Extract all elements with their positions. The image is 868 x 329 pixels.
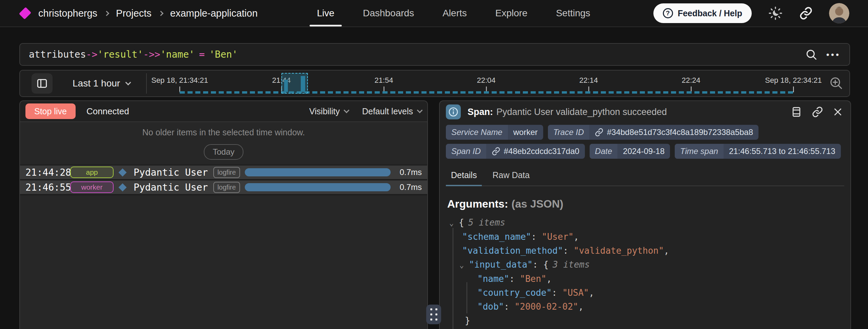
span-row[interactable]: 21:46:55 worker Pydantic User logfire 0.… xyxy=(20,180,427,195)
link-icon xyxy=(492,147,500,156)
timeline-tick: 22:14 xyxy=(579,76,598,92)
span-kind-diamond-icon xyxy=(118,168,126,176)
json-line: ⌄"input_data": {3 items xyxy=(449,258,850,272)
breadcrumb-project[interactable]: example-application xyxy=(170,8,258,19)
feedback-help-button[interactable]: ? Feedback / Help xyxy=(653,3,752,23)
span-row[interactable]: 21:44:28 app Pydantic User logfire 0.7ms xyxy=(20,166,427,180)
timeline-tick: Sep 18, 22:34:21 xyxy=(765,76,822,92)
span-detail-panel: Span:Pydantic User validate_python succe… xyxy=(439,100,851,329)
timeline-bar: Last 1 hour Sep 18, 21:34:21 21:44 21:54… xyxy=(19,70,850,97)
collapse-caret-icon[interactable]: ⌄ xyxy=(449,216,459,230)
search-button[interactable] xyxy=(805,49,817,61)
feedback-help-label: Feedback / Help xyxy=(678,8,742,18)
json-line: } xyxy=(449,314,850,328)
tab-details[interactable]: Details xyxy=(446,170,482,186)
scope-badge: logfire xyxy=(213,167,240,178)
link-icon xyxy=(799,6,813,20)
panel-resize-handle[interactable] xyxy=(426,305,441,324)
query-token-name: 'name' xyxy=(160,49,195,60)
span-detail-title: Span:Pydantic User validate_python succe… xyxy=(468,107,667,117)
tab-explore[interactable]: Explore xyxy=(495,0,528,26)
breadcrumb-org[interactable]: christophergs xyxy=(38,8,97,19)
timeline-histogram-baseline[interactable] xyxy=(180,91,793,94)
stop-live-button[interactable]: Stop live xyxy=(25,103,76,119)
span-kind-diamond-icon xyxy=(118,183,126,191)
default-levels-dropdown[interactable]: Default levels xyxy=(362,107,422,116)
sun-moon-icon xyxy=(768,6,783,21)
trace-id-chip[interactable]: Trace ID #34bd8e51d73c3f4c8a189b72338a5b… xyxy=(548,125,758,140)
chevron-right-icon xyxy=(104,11,110,16)
theme-toggle-button[interactable] xyxy=(768,6,783,21)
span-name: Pydantic User xyxy=(134,167,208,178)
arguments-heading: Arguments:(as JSON) xyxy=(447,198,843,210)
chevron-down-icon xyxy=(125,80,131,85)
scope-badge: logfire xyxy=(213,182,240,193)
query-token-arrow: -> xyxy=(86,49,98,60)
collapse-caret-icon[interactable]: ⌄ xyxy=(459,258,469,272)
json-line: "country_code": "USA", xyxy=(449,286,850,300)
service-tag[interactable]: app xyxy=(70,167,114,178)
chevron-down-icon xyxy=(417,108,423,113)
tab-live[interactable]: Live xyxy=(317,0,334,26)
tab-settings[interactable]: Settings xyxy=(556,0,590,26)
tab-raw-data[interactable]: Raw Data xyxy=(487,170,535,186)
json-line: "validation_method": "validate_python", xyxy=(449,244,850,258)
link-icon xyxy=(812,106,823,118)
tab-alerts[interactable]: Alerts xyxy=(442,0,467,26)
close-panel-button[interactable] xyxy=(833,107,843,117)
sidebar-panel-icon xyxy=(36,78,48,89)
live-view-panel: Stop live Connected Visibility Default l… xyxy=(19,100,428,329)
query-more-button[interactable]: ••• xyxy=(826,50,841,59)
copy-link-button[interactable] xyxy=(812,106,823,118)
timeline-span-bar xyxy=(284,80,288,92)
service-name-chip: Service Name worker xyxy=(446,125,543,140)
timeline-tick: 21:54 xyxy=(374,76,393,92)
query-token-result: 'result' xyxy=(97,49,143,60)
span-duration-bar[interactable] xyxy=(245,168,391,176)
indent-guide xyxy=(453,228,453,329)
json-tree: ⌄{5 items "schema_name": "User", "valida… xyxy=(449,216,850,328)
sidebar-toggle-button[interactable] xyxy=(32,73,53,94)
timeline-selection-region[interactable] xyxy=(281,73,308,94)
layout-toggle-button[interactable] xyxy=(791,106,802,118)
tab-dashboards[interactable]: Dashboards xyxy=(363,0,414,26)
timeline-tick: 22:04 xyxy=(477,76,495,92)
json-line: "schema_name": "User", xyxy=(449,230,850,244)
breadcrumb-projects[interactable]: Projects xyxy=(116,8,152,19)
timeline-tick: Sep 18, 21:34:21 xyxy=(151,76,208,92)
span-id-chip[interactable]: Span ID #48eb2cdcdc317da0 xyxy=(446,144,585,159)
nav-actions: ? Feedback / Help xyxy=(653,3,849,23)
service-tag[interactable]: worker xyxy=(70,181,114,193)
user-avatar[interactable] xyxy=(829,3,849,23)
span-duration: 0.7ms xyxy=(400,168,422,177)
chevron-right-icon xyxy=(158,11,164,16)
divider xyxy=(146,73,147,94)
query-token-attributes: attributes xyxy=(29,49,86,60)
timeline-zoom-button[interactable] xyxy=(829,76,843,90)
info-icon xyxy=(446,104,461,119)
detail-tabs: Details Raw Data xyxy=(446,170,844,186)
span-timestamp: 21:46:55 xyxy=(25,182,70,193)
visibility-dropdown[interactable]: Visibility xyxy=(309,107,349,116)
span-list: 21:44:28 app Pydantic User logfire 0.7ms… xyxy=(20,164,427,195)
indent-guide xyxy=(467,282,467,313)
share-link-button[interactable] xyxy=(799,6,813,20)
query-input[interactable]: attributes->'result'->>'name'='Ben' ••• xyxy=(19,43,850,66)
zoom-in-icon xyxy=(829,76,843,90)
query-token-ben: 'Ben' xyxy=(209,49,238,60)
ellipsis-icon: ••• xyxy=(826,50,841,60)
top-nav: christophergs Projects example-applicati… xyxy=(0,0,868,27)
span-name: Pydantic User xyxy=(134,182,208,193)
nav-tabs: Live Dashboards Alerts Explore Settings xyxy=(317,0,590,26)
today-button[interactable]: Today xyxy=(204,144,243,160)
query-token-arrow2: ->> xyxy=(143,49,160,60)
breadcrumb: christophergs Projects example-applicati… xyxy=(38,8,258,19)
close-icon xyxy=(833,107,843,117)
link-icon xyxy=(595,128,604,137)
live-view-header: Stop live Connected Visibility Default l… xyxy=(20,101,427,122)
logfire-logo-icon[interactable] xyxy=(19,7,32,20)
span-duration: 0.7ms xyxy=(400,182,422,192)
span-duration-bar[interactable] xyxy=(245,183,391,191)
panel-layout-icon xyxy=(791,106,802,118)
time-range-dropdown[interactable]: Last 1 hour xyxy=(73,71,130,96)
